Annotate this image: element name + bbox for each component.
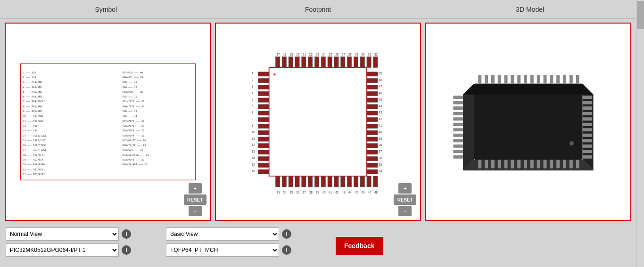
svg-rect-92 — [258, 170, 269, 174]
component-select[interactable]: PIC32MK0512GPG064-I/PT 1 — [6, 243, 119, 257]
footprint-view-info-button[interactable]: i — [282, 229, 291, 239]
footprint-model-control-row: TQFP64_PT_MCH i — [166, 243, 326, 257]
svg-text:RB4 ——— 37: RB4 ——— 37 — [123, 85, 137, 88]
svg-text:1: 1 — [252, 72, 254, 75]
svg-rect-105 — [367, 150, 378, 154]
footprint-zoom-in-button[interactable]: + — [398, 183, 412, 194]
svg-text:RC6/TX/CK ——— 25: RC6/TX/CK ——— 25 — [123, 144, 146, 146]
svg-rect-69 — [328, 176, 332, 187]
svg-rect-108 — [367, 170, 378, 174]
svg-rect-194 — [582, 117, 592, 121]
svg-marker-174 — [463, 84, 474, 170]
svg-rect-60 — [373, 57, 378, 67]
svg-rect-82 — [258, 105, 269, 109]
svg-rect-210 — [530, 160, 534, 168]
svg-text:42: 42 — [335, 191, 339, 194]
svg-rect-206 — [504, 160, 507, 168]
scrollbar[interactable] — [636, 0, 644, 267]
svg-text:8: 8 — [252, 117, 254, 121]
svg-rect-214 — [556, 160, 560, 168]
symbol-view-info-button[interactable]: i — [122, 229, 131, 239]
svg-rect-88 — [258, 144, 269, 148]
svg-text:12: 12 — [252, 143, 256, 146]
component-info-button[interactable]: i — [122, 245, 131, 255]
svg-text:VSS ——— 31: VSS ——— 31 — [123, 114, 137, 117]
svg-rect-173 — [474, 84, 582, 160]
svg-text:22: 22 — [309, 53, 313, 56]
svg-rect-226 — [530, 75, 534, 83]
svg-rect-72 — [347, 176, 352, 187]
svg-marker-175 — [463, 160, 593, 170]
svg-rect-193 — [582, 112, 592, 115]
footprint-model-select[interactable]: TQFP64_PT_MCH — [166, 243, 279, 257]
feedback-button[interactable]: Feedback — [336, 237, 383, 255]
footprint-zoom-out-button[interactable]: − — [398, 206, 412, 216]
svg-text:6 ——— RA3/AN3: 6 ——— RA3/AN3 — [23, 95, 42, 98]
bottom-left-section: Normal View Basic View Detailed View i P… — [6, 227, 157, 257]
footprint-reset-button[interactable]: RESET — [394, 194, 416, 205]
svg-rect-80 — [258, 91, 269, 96]
symbol-view-select[interactable]: Normal View Basic View Detailed View — [6, 227, 119, 241]
svg-text:11 ——— RE2/AN7: 11 ——— RE2/AN7 — [23, 119, 43, 122]
svg-rect-179 — [453, 101, 463, 105]
svg-text:RD5/PSP5 ——— 28: RD5/PSP5 ——— 28 — [123, 129, 144, 132]
svg-text:40: 40 — [322, 191, 326, 194]
svg-rect-208 — [517, 160, 520, 168]
svg-text:11: 11 — [252, 137, 256, 140]
svg-rect-64 — [295, 176, 299, 187]
svg-text:29: 29 — [355, 53, 359, 56]
svg-text:9 ——— RE0/AN5: 9 ——— RE0/AN5 — [23, 110, 42, 113]
svg-rect-94 — [367, 78, 378, 82]
svg-text:15: 15 — [252, 163, 256, 166]
svg-rect-216 — [570, 160, 573, 168]
svg-text:21: 21 — [303, 53, 306, 56]
svg-text:46: 46 — [362, 191, 365, 194]
svg-rect-54 — [334, 57, 339, 67]
svg-text:27: 27 — [342, 53, 346, 56]
svg-rect-76 — [373, 176, 378, 187]
svg-rect-63 — [289, 176, 293, 187]
svg-text:18 ——— RC2/CCP1: 18 ——— RC2/CCP1 — [23, 154, 45, 156]
svg-text:46: 46 — [379, 91, 383, 95]
svg-text:19 ——— RC3/SCK: 19 ——— RC3/SCK — [23, 158, 44, 161]
symbol-zoom-in-button[interactable]: + — [189, 183, 202, 194]
svg-rect-190 — [582, 96, 592, 99]
svg-rect-52 — [321, 57, 325, 67]
svg-text:2 ——— VSS: 2 ——— VSS — [23, 76, 36, 79]
svg-point-234 — [570, 141, 574, 146]
symbol-reset-button[interactable]: RESET — [184, 194, 206, 205]
symbol-header: Symbol — [0, 0, 212, 18]
svg-rect-73 — [354, 176, 358, 187]
svg-rect-62 — [282, 176, 286, 187]
svg-rect-71 — [341, 176, 345, 187]
svg-rect-67 — [315, 176, 319, 187]
svg-text:65: 65 — [379, 72, 383, 75]
svg-text:41: 41 — [329, 191, 333, 194]
svg-rect-100 — [367, 117, 378, 121]
svg-text:39: 39 — [316, 191, 320, 194]
svg-text:16: 16 — [252, 170, 256, 173]
svg-text:RC5/SDO ——— 24: RC5/SDO ——— 24 — [123, 148, 143, 151]
symbol-zoom-out-button[interactable]: − — [189, 206, 202, 216]
footprint-view-select[interactable]: Basic View Normal View Detailed View — [166, 227, 279, 241]
svg-rect-215 — [563, 160, 566, 168]
svg-rect-181 — [453, 112, 463, 115]
svg-rect-65 — [302, 176, 306, 187]
svg-rect-48 — [295, 57, 299, 67]
svg-rect-49 — [302, 57, 306, 67]
footprint-model-info-button[interactable]: i — [282, 245, 291, 255]
footprint-content: * — [216, 24, 421, 220]
svg-text:44: 44 — [348, 191, 352, 194]
scrollbar-thumb[interactable] — [637, 1, 644, 29]
svg-text:6: 6 — [252, 104, 254, 107]
bottom-middle-section: Basic View Normal View Detailed View i T… — [166, 227, 326, 257]
svg-rect-205 — [498, 160, 501, 168]
svg-rect-55 — [341, 57, 345, 67]
svg-text:RB7/PGD ——— 40: RB7/PGD ——— 40 — [123, 71, 143, 73]
svg-rect-77 — [258, 72, 269, 76]
svg-rect-98 — [367, 105, 378, 109]
svg-text:*: * — [273, 72, 276, 80]
svg-text:4 ——— RA1/AN1: 4 ——— RA1/AN1 — [23, 85, 42, 88]
svg-text:33: 33 — [277, 191, 281, 194]
svg-rect-184 — [453, 128, 463, 131]
